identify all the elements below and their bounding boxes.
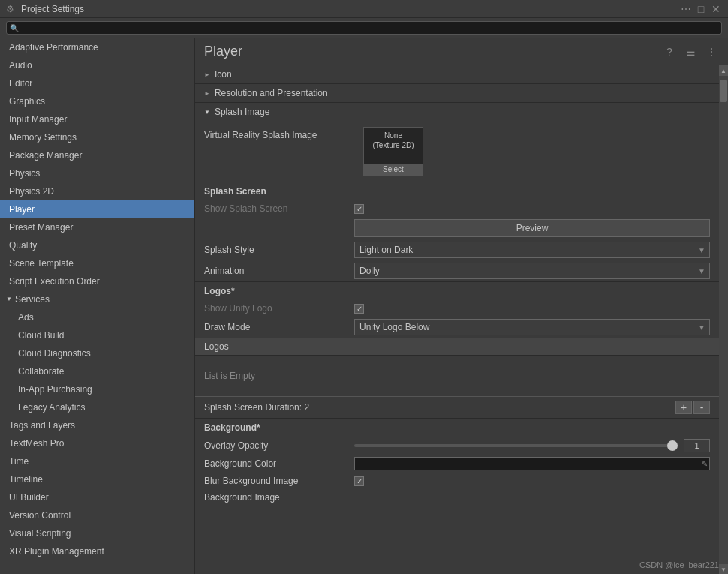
background-color-swatch[interactable]: ✎ [354,457,710,470]
blur-background-checkbox[interactable]: ✓ [354,476,364,486]
scroll-thumb[interactable] [720,80,727,102]
window-title: Project Settings [21,4,84,14]
draw-mode-dropdown[interactable]: Unity Logo Below All Sequential Simultan… [354,319,710,335]
animation-value: Dolly Fade None ▼ [354,263,710,279]
sidebar-item-cloud-build[interactable]: Cloud Build [0,326,194,344]
sidebar-item-package-manager[interactable]: Package Manager [0,146,194,164]
blur-background-value: ✓ [354,476,710,486]
sidebar-item-services[interactable]: Services [0,290,194,308]
show-unity-logo-value: ✓ [354,304,710,314]
splash-screen-subsection: Splash Screen Show Splash Screen ✓ [195,182,719,281]
sidebar-item-ads[interactable]: Ads [0,308,194,326]
services-triangle [6,293,12,306]
sidebar-item-player[interactable]: Player [0,200,194,218]
sidebar-item-visual-scripting[interactable]: Visual Scripting [0,524,194,542]
texture-select-button[interactable]: Select [364,164,423,175]
background-image-row: Background Image [195,489,719,506]
background-color-row: Background Color ✎ [195,455,719,473]
show-unity-logo-checkbox-container: ✓ [354,304,710,314]
resolution-section-title: Resolution and Presentation [215,88,328,98]
show-splash-screen-label: Show Splash Screen [204,203,354,214]
page-title: Player [204,44,242,59]
blur-background-checkbox-container: ✓ [354,476,710,486]
sidebar-item-cloud-diagnostics[interactable]: Cloud Diagnostics [0,344,194,362]
sidebar-item-xr-plugin-management[interactable]: XR Plugin Management [0,542,194,560]
animation-dropdown[interactable]: Dolly Fade None [354,263,710,279]
scroll-up-button[interactable]: ▲ [719,65,728,76]
section-splash-image-header[interactable]: ▼ Splash Image [195,103,719,121]
sidebar-item-ui-builder[interactable]: UI Builder [0,488,194,506]
sidebar-item-editor[interactable]: Editor [0,74,194,92]
duration-label: Splash Screen Duration: 2 [204,402,675,413]
sidebar-item-input-manager[interactable]: Input Manager [0,110,194,128]
overlay-opacity-label: Overlay Opacity [204,440,354,451]
overlay-opacity-input[interactable]: 1 [684,439,710,452]
sidebar: Adaptive Performance Audio Editor Graphi… [0,38,195,574]
menu-icon[interactable]: ⋯ [680,3,692,15]
section-resolution-header[interactable]: ► Resolution and Presentation [195,84,719,102]
animation-label: Animation [204,266,354,276]
show-splash-screen-checkbox-container: ✓ [354,204,710,214]
overlay-opacity-slider[interactable] [354,444,678,447]
more-options-icon[interactable]: ⋮ [704,44,719,59]
sidebar-item-collaborate[interactable]: Collaborate [0,362,194,380]
sidebar-item-physics[interactable]: Physics [0,164,194,182]
show-unity-logo-checkbox[interactable]: ✓ [354,304,364,314]
preview-button[interactable]: Preview [354,219,710,237]
background-subsection: Background* Overlay Opacity 1 [195,418,719,506]
vr-splash-label: Virtual Reality Splash Image [204,127,354,140]
sidebar-item-textmesh-pro[interactable]: TextMesh Pro [0,434,194,452]
background-image-label: Background Image [204,492,354,503]
show-splash-screen-checkbox[interactable]: ✓ [354,204,364,214]
sidebar-item-adaptive-performance[interactable]: Adaptive Performance [0,38,194,56]
sidebar-item-audio[interactable]: Audio [0,56,194,74]
settings-adjust-icon[interactable]: ⚌ [683,44,698,59]
blur-background-row: Blur Background Image ✓ [195,473,719,489]
overlay-opacity-value: 1 [354,439,710,452]
title-bar: ⚙ Project Settings ⋯ □ ✕ [0,0,728,18]
color-edit-icon: ✎ [702,460,708,468]
content-scroll[interactable]: ► Icon ► Resolution and Presentation ▼ S [195,65,719,574]
scrollbar: ▲ ▼ [719,65,728,574]
sidebar-item-script-execution-order[interactable]: Script Execution Order [0,272,194,290]
search-icon: 🔍 [10,24,19,32]
logos-bar: Logos [195,338,719,356]
draw-mode-value: Unity Logo Below All Sequential Simultan… [354,319,710,335]
sidebar-item-physics-2d[interactable]: Physics 2D [0,182,194,200]
blur-background-label: Blur Background Image [204,476,354,486]
help-icon[interactable]: ? [662,44,677,59]
resolution-section-triangle: ► [204,90,210,97]
close-icon[interactable]: ✕ [710,3,722,15]
duration-plus-button[interactable]: + [675,401,692,414]
texture-none-label: None (Texture 2D) [371,128,415,152]
watermark: CSDN @ice_bear221 [639,560,719,569]
sidebar-item-timeline[interactable]: Timeline [0,470,194,488]
section-resolution: ► Resolution and Presentation [195,84,719,103]
vr-splash-area: Virtual Reality Splash Image None (Textu… [195,121,719,182]
sidebar-item-time[interactable]: Time [0,452,194,470]
background-label: Background* [195,418,719,437]
splash-style-dropdown[interactable]: Light on Dark Dark on Light [354,242,710,258]
sidebar-item-quality[interactable]: Quality [0,236,194,254]
list-empty: List is Empty [195,356,719,396]
sidebar-item-memory-settings[interactable]: Memory Settings [0,128,194,146]
sidebar-item-scene-template[interactable]: Scene Template [0,254,194,272]
section-splash-image: ▼ Splash Image Virtual Reality Splash Im… [195,103,719,506]
sidebar-item-legacy-analytics[interactable]: Legacy Analytics [0,398,194,416]
sidebar-item-preset-manager[interactable]: Preset Manager [0,218,194,236]
duration-minus-button[interactable]: - [693,401,710,414]
search-bar: 🔍 [0,18,728,38]
scroll-down-button[interactable]: ▼ [719,564,728,574]
sidebar-item-graphics[interactable]: Graphics [0,92,194,110]
settings-icon: ⚙ [6,4,17,14]
section-icon-header[interactable]: ► Icon [195,65,719,83]
logos-label: Logos* [195,281,719,300]
search-input[interactable] [6,21,722,35]
vr-splash-widget: None (Texture 2D) Select [363,127,423,176]
sidebar-item-version-control[interactable]: Version Control [0,506,194,524]
texture-box[interactable]: None (Texture 2D) Select [363,127,423,176]
sidebar-item-tags-and-layers[interactable]: Tags and Layers [0,416,194,434]
sidebar-item-in-app-purchasing[interactable]: In-App Purchasing [0,380,194,398]
services-label: Services [15,293,50,306]
maximize-icon[interactable]: □ [695,3,707,15]
